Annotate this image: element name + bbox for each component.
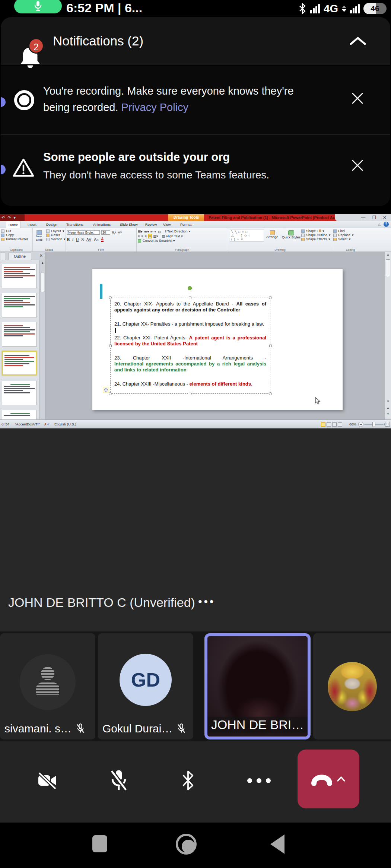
tab-animations[interactable]: Animations xyxy=(91,221,113,228)
slide-thumbnail-current[interactable] xyxy=(2,351,37,376)
replace-button[interactable]: Replace xyxy=(338,233,350,237)
resize-handle-ne[interactable] xyxy=(269,296,272,299)
columns-button[interactable]: ▥▾ xyxy=(153,234,158,238)
collapse-notifications-button[interactable] xyxy=(349,36,367,48)
change-case-button[interactable]: Aa xyxy=(94,238,98,242)
scroll-down-icon[interactable]: ▼ xyxy=(386,399,390,404)
slide-sorter-icon[interactable] xyxy=(327,422,331,427)
justify-icon[interactable]: ≣ xyxy=(148,234,152,238)
indent-buttons[interactable]: ⇤⇥ xyxy=(150,230,156,234)
text-selection-box[interactable]: 20. Chapter XIX- Appeals to the Appellat… xyxy=(110,298,270,394)
minimize-ribbon-icon[interactable]: △ xyxy=(378,222,381,226)
zoom-slider-thumb[interactable] xyxy=(372,422,375,427)
fit-to-window-icon[interactable]: ⛶ xyxy=(385,422,390,427)
font-color-button[interactable]: A xyxy=(101,237,104,242)
slideshow-view-icon[interactable] xyxy=(338,422,342,427)
privacy-policy-link[interactable]: Privacy Policy xyxy=(121,101,189,113)
zoom-out-button[interactable]: − xyxy=(358,422,363,427)
tab-transitions[interactable]: Transitions xyxy=(64,221,86,228)
tab-home[interactable]: Home xyxy=(6,221,20,228)
view-buttons[interactable] xyxy=(321,422,343,427)
slide-canvas[interactable]: 20. Chapter XIX- Appeals to the Appellat… xyxy=(92,269,343,410)
drawing-tools-context-tab[interactable]: Drawing Tools xyxy=(168,214,204,221)
text-direction-button[interactable]: ⫴ Text Direction ▾ xyxy=(165,229,190,234)
char-spacing-button[interactable]: A̲V̲ xyxy=(86,238,91,242)
mic-active-pill[interactable] xyxy=(14,0,62,13)
close-panel-icon[interactable]: ✕ xyxy=(39,253,43,258)
arrange-button[interactable]: Arrange xyxy=(266,230,278,239)
shape-effects-button[interactable]: Shape Effects xyxy=(306,237,327,241)
bluetooth-audio-button[interactable] xyxy=(168,760,209,801)
slide-scrollbar[interactable]: ▲ ▼ ⏶ ⏷ xyxy=(385,252,391,419)
slides-tab[interactable] xyxy=(0,253,5,260)
close-button[interactable]: ✕ xyxy=(383,214,387,221)
recents-button[interactable] xyxy=(92,835,107,852)
scroll-up-icon[interactable]: ▲ xyxy=(40,261,45,265)
new-slide-button[interactable]: New Slide xyxy=(34,230,44,241)
dismiss-outside-org-notification-button[interactable] xyxy=(349,157,366,174)
language-label[interactable]: English (U.S.) xyxy=(54,422,76,426)
find-button[interactable]: Find xyxy=(338,229,345,233)
resize-handle-sw[interactable] xyxy=(109,392,112,395)
strikethrough-button[interactable]: S xyxy=(81,238,84,242)
tab-view[interactable]: View xyxy=(161,221,173,228)
layout-button[interactable]: Layout xyxy=(51,229,61,233)
participant-tile-photo[interactable] xyxy=(313,633,391,739)
copy-button[interactable]: Copy xyxy=(6,233,14,237)
resize-handle-e[interactable] xyxy=(269,345,272,347)
normal-view-icon[interactable] xyxy=(321,422,325,427)
reading-view-icon[interactable] xyxy=(332,422,337,427)
participant-tile-john-active[interactable]: JOHN DE BRI… xyxy=(204,633,311,739)
resize-handle-s[interactable] xyxy=(189,393,191,395)
quick-styles-button[interactable]: Quick Styles xyxy=(282,230,301,239)
slide-thumbnail[interactable] xyxy=(2,293,37,317)
more-options-button[interactable] xyxy=(238,760,279,801)
tab-review[interactable]: Review xyxy=(143,221,159,228)
notifications-header[interactable]: 2 Notifications (2) xyxy=(1,17,390,66)
slide-thumbnail[interactable] xyxy=(2,322,37,346)
spellcheck-icon[interactable]: ✗✓ xyxy=(44,422,50,426)
slide-thumbnail[interactable] xyxy=(2,264,37,288)
align-center-icon[interactable]: ≡ xyxy=(141,234,143,238)
align-text-button[interactable]: ▤ Align Text ▾ xyxy=(162,234,182,238)
shrink-font-button[interactable]: A˅ xyxy=(118,231,122,234)
outline-scrollbar[interactable]: ▲ xyxy=(39,260,45,419)
minimize-button[interactable]: — xyxy=(361,214,365,221)
participant-tile-sivamani[interactable]: sivamani. s… xyxy=(0,633,95,739)
font-size-select[interactable]: 20 xyxy=(101,230,110,235)
tab-slideshow[interactable]: Slide Show xyxy=(118,221,140,228)
convert-smartart-button[interactable]: Convert to SmartArt ▾ xyxy=(143,239,175,243)
help-icon[interactable]: ? xyxy=(384,222,389,227)
resize-handle-w[interactable] xyxy=(109,345,112,347)
bullets-button[interactable]: ☰▾ xyxy=(138,230,143,234)
camera-off-button[interactable] xyxy=(28,760,69,801)
rotation-handle[interactable] xyxy=(188,286,192,290)
section-button[interactable]: Section xyxy=(51,237,62,241)
numbering-button[interactable]: ≔▾ xyxy=(144,230,149,234)
align-right-icon[interactable]: ≡ xyxy=(145,234,147,238)
font-name-select[interactable]: Neue Haas Grote: xyxy=(67,230,100,235)
mic-off-button[interactable] xyxy=(98,760,139,801)
next-slide-icon[interactable]: ⏷ xyxy=(386,412,390,416)
slide-thumbnail[interactable] xyxy=(2,381,37,405)
shapes-gallery[interactable]: ╲ ╲ □ ○ □ △ ⌒ ⇩ ◇ ○ { } ☆ ▾ xyxy=(230,229,264,242)
restore-button[interactable]: ❐ xyxy=(372,214,376,221)
scroll-up-icon[interactable]: ▲ xyxy=(386,253,390,257)
tab-insert[interactable]: Insert xyxy=(25,221,39,228)
bold-button[interactable]: B xyxy=(67,238,70,242)
reset-button[interactable]: Reset xyxy=(51,233,60,237)
tab-format[interactable]: Format xyxy=(178,221,194,228)
previous-slide-icon[interactable]: ⏶ xyxy=(386,406,390,411)
quick-access-toolbar[interactable]: ↶ ↷ ▾ xyxy=(0,214,25,221)
shape-outline-button[interactable]: Shape Outline xyxy=(306,233,327,237)
presenter-more-options-button[interactable]: ••• xyxy=(198,595,216,608)
format-painter-button[interactable]: Format Painter xyxy=(6,237,28,241)
cut-button[interactable]: Cut xyxy=(6,229,11,233)
align-left-icon[interactable]: ≡ xyxy=(138,234,140,238)
shape-fill-button[interactable]: Shape Fill xyxy=(306,229,321,233)
outline-tab[interactable]: Outline xyxy=(8,253,31,260)
resize-handle-se[interactable] xyxy=(269,392,272,395)
dismiss-recording-notification-button[interactable] xyxy=(349,90,366,107)
zoom-percentage[interactable]: 66% xyxy=(349,422,356,426)
underline-button[interactable]: U xyxy=(76,238,79,242)
